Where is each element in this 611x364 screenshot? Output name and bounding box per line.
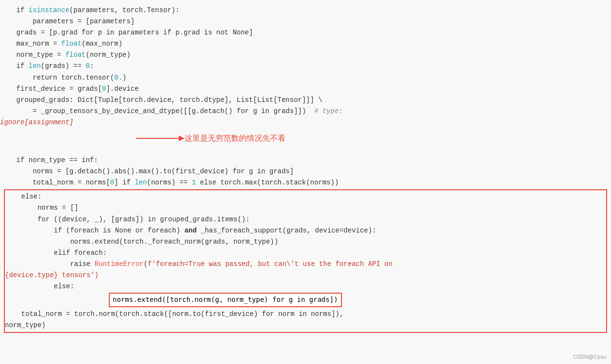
code-line-4: max_norm = float(max_norm) xyxy=(0,40,122,48)
code-after-annotation: if norm_type == inf: norms = [g.detach()… xyxy=(0,155,611,188)
inner-red-box-container: norms.extend([torch.norm(g, norm_type) f… xyxy=(5,292,606,308)
svg-marker-1 xyxy=(179,135,185,141)
red-box-outer: else: norms = [] for ((device, _), [grad… xyxy=(4,189,607,332)
code-spacing: total_norm = torch.norm(torch.stack([nor… xyxy=(5,309,606,331)
code-line-9: grouped_grads: Dict[Tuple[torch.device, … xyxy=(0,96,322,104)
arrow-icon xyxy=(136,133,185,143)
code-line-1: if isinstance(parameters, torch.Tensor): xyxy=(0,6,180,14)
code-line-2: parameters = [parameters] xyxy=(0,17,135,25)
chinese-annotation: 这里是无穷范数的情况先不看 xyxy=(185,132,286,145)
code-container: if isinstance(parameters, torch.Tensor):… xyxy=(0,0,611,364)
highlighted-code-line: norms.extend([torch.norm(g, norm_type) f… xyxy=(113,296,338,303)
red-box-code: else: norms = [] for ((device, _), [grad… xyxy=(5,191,606,292)
code-line-8: first_device = grads[0].device xyxy=(0,85,139,93)
code-display: if isinstance(parameters, torch.Tensor):… xyxy=(0,5,611,128)
code-line-5: norm_type = float(norm_type) xyxy=(0,51,131,59)
code-line-3: grads = [p.grad for p in parameters if p… xyxy=(0,29,253,36)
code-line-11: ignore[assignment] xyxy=(0,118,73,126)
arrow-container: 这里是无穷范数的情况先不看 xyxy=(136,132,286,145)
code-line-10: = _group_tensors_by_device_and_dtype([[g… xyxy=(0,107,343,115)
annotation-area: 这里是无穷范数的情况先不看 xyxy=(0,128,611,155)
code-line-6: if len(grads) == 0: xyxy=(0,62,94,70)
inner-red-box: norms.extend([torch.norm(g, norm_type) f… xyxy=(109,293,342,307)
watermark: CSDN@Cpsu xyxy=(573,353,606,362)
code-line-7: return torch.tensor(0.) xyxy=(0,74,126,82)
